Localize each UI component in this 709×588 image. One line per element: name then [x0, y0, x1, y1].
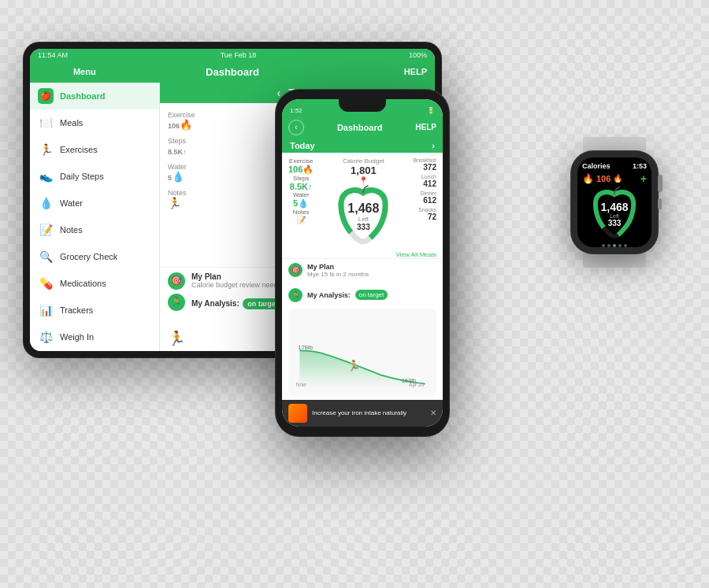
watch-icons-row: 🔥 106 🔥 +	[582, 172, 647, 185]
watch-plus-button[interactable]: +	[640, 172, 647, 185]
sidebar-item-water[interactable]: 💧 Water	[30, 190, 159, 216]
watch: Calories 1:53 🔥 106 🔥 + 1,46	[559, 137, 670, 267]
notes-icon: 📝	[38, 222, 54, 238]
sidebar-label-exercises: Exercises	[60, 145, 98, 154]
phone-water-label: Water	[288, 191, 314, 198]
phone-plan-info: My Plan Mye 15 lb in 2 months	[307, 263, 369, 278]
phone-analysis-label: My Analysis:	[307, 291, 351, 299]
sidebar-item-exercises[interactable]: 🏃 Exercises	[30, 136, 159, 163]
sidebar-item-weigh-in[interactable]: ⚖️ Weigh In	[30, 324, 159, 350]
phone-screen: 1:52 🔋 ‹ Dashboard HELP Today ›	[282, 99, 443, 427]
watch-left-label: Left	[600, 213, 628, 219]
phone-today-label: Today	[290, 141, 315, 150]
phone-weight-chart: 178lb 163lb Now Apr 20 🏃	[288, 309, 436, 397]
sidebar-label-trackers: Trackers	[60, 305, 93, 315]
sidebar-item-meals[interactable]: 🍽️ Meals	[30, 109, 159, 136]
phone-left-stats: Exercise 106🔥 Steps 8.5K↑ W	[288, 157, 314, 224]
exercises-icon: 🏃	[38, 142, 54, 157]
phone-exercise-stat: Exercise 106🔥	[288, 157, 314, 175]
tablet-time: 11:54 AM	[38, 51, 68, 59]
phone-calorie-budget: Calorie Budget 1,801 📍	[325, 157, 401, 185]
tablet-sidebar: 🍎 Dashboard 🍽️ Meals 🏃 Exercises 👟 Daily…	[30, 83, 160, 351]
meals-icon: 🍽️	[38, 115, 54, 131]
phone-calories-left: 333	[347, 223, 379, 231]
sidebar-item-medications[interactable]: 💊 Medications	[30, 270, 159, 297]
sidebar-item-grocery[interactable]: 🔍 Grocery Check	[30, 243, 159, 270]
sidebar-label-medications: Medications	[60, 279, 106, 288]
sidebar-label-water: Water	[60, 198, 83, 208]
daily-steps-icon: 👟	[38, 168, 54, 184]
watch-left-value: 333	[600, 219, 628, 227]
svg-text:Now: Now	[296, 382, 306, 387]
analysis-icon: 🏃	[168, 294, 185, 311]
phone-chart-inner: 178lb 163lb Now Apr 20 🏃	[292, 346, 432, 389]
analysis-label: My Analysis:	[191, 299, 239, 308]
phone-plan-section: 🎯 My Plan Mye 15 lb in 2 months	[282, 258, 443, 285]
analysis-info: My Analysis: on target	[191, 295, 283, 309]
phone-banner: Increase your iron intake naturally ✕	[282, 400, 443, 427]
tablet-dashboard-title: Dashboard	[139, 66, 326, 78]
scene: 11:54 AM Tue Feb 18 100% Menu Dashboard …	[16, 27, 693, 562]
phone-notch	[339, 99, 386, 112]
sidebar-item-notes[interactable]: 📝 Notes	[30, 216, 159, 243]
notes-stat: Notes 🏃	[168, 189, 223, 209]
prev-day-arrow[interactable]: ‹	[277, 87, 281, 99]
exercise-value: 106🔥	[168, 119, 223, 131]
phone-subheader: Today ›	[282, 139, 443, 153]
tablet-help-button[interactable]: HELP	[334, 67, 428, 76]
phone-budget-label: Calorie Budget	[325, 157, 401, 165]
phone-help-button[interactable]: HELP	[415, 123, 436, 131]
phone: 1:52 🔋 ‹ Dashboard HELP Today ›	[276, 90, 449, 436]
sidebar-item-dashboard[interactable]: 🍎 Dashboard	[30, 83, 159, 109]
exercise-stat: Exercise 106🔥	[168, 111, 223, 131]
watch-cal-value: 106	[596, 174, 611, 183]
water-icon: 💧	[38, 195, 54, 211]
phone-back-button[interactable]: ‹	[288, 120, 304, 135]
phone-apple-center: 1,468 Left 333	[347, 202, 379, 231]
svg-text:🏃: 🏃	[347, 358, 361, 372]
phone-on-target-badge: on target	[355, 290, 388, 300]
phone-time: 1:52	[290, 107, 303, 114]
sidebar-item-daily-steps[interactable]: 👟 Daily Steps	[30, 163, 159, 190]
grocery-icon: 🔍	[38, 249, 54, 264]
tablet-status-bar: 11:54 AM Tue Feb 18 100%	[30, 49, 435, 61]
watch-dot-1	[602, 244, 605, 247]
chart-figure-icon: 🏃	[168, 330, 185, 347]
sidebar-label-notes: Notes	[60, 225, 83, 235]
steps-stat: Steps 8.5K↑	[168, 137, 223, 157]
notes-stat-label: Notes	[168, 189, 223, 197]
phone-next-day-arrow[interactable]: ›	[432, 141, 435, 150]
phone-exercise-label: Exercise	[288, 157, 314, 165]
phone-view-all-meals[interactable]: View All Meals	[282, 251, 443, 258]
plan-sub: Calorie budget review needed	[191, 281, 286, 289]
phone-chart-svg: 178lb 163lb Now Apr 20 🏃	[292, 346, 432, 389]
watch-status-row: Calories 1:53	[582, 162, 647, 170]
sidebar-item-measurements[interactable]: 📏 Measurements	[30, 350, 159, 351]
water-stat: Water 5💧	[168, 163, 223, 183]
phone-apple-area: 1,468 Left 333	[332, 185, 395, 248]
phone-banner-close-button[interactable]: ✕	[430, 409, 436, 417]
sidebar-item-trackers[interactable]: 📊 Trackers	[30, 297, 159, 324]
phone-header: ‹ Dashboard HELP	[282, 116, 443, 139]
watch-apple-center: 1,468 Left 333	[600, 201, 628, 227]
watch-apple-area: 1,468 Left 333	[582, 187, 647, 242]
watch-time: 1:53	[633, 162, 647, 170]
phone-water-value: 5💧	[288, 198, 314, 209]
watch-side-button	[658, 198, 662, 209]
watch-apple-value: 1,468	[600, 201, 628, 213]
tablet-menu-button[interactable]: Menu	[38, 67, 132, 76]
watch-flame-icon: 🔥	[582, 173, 594, 184]
phone-steps-stat: Steps 8.5K↑	[288, 175, 314, 191]
phone-calories-consumed: 1,468	[347, 202, 379, 216]
plan-info: My Plan Calorie budget review needed	[191, 272, 286, 289]
phone-exercise-value: 106🔥	[288, 165, 314, 175]
steps-label: Steps	[168, 137, 223, 145]
phone-plan-icon: 🎯	[288, 263, 303, 277]
phone-plan-row: 🎯 My Plan Mye 15 lb in 2 months	[288, 263, 436, 278]
watch-dot-5	[624, 244, 627, 247]
watch-screen: Calories 1:53 🔥 106 🔥 + 1,46	[577, 157, 651, 247]
sidebar-label-weigh-in: Weigh In	[60, 332, 94, 342]
watch-band-top	[583, 137, 646, 151]
watch-crown	[658, 175, 663, 192]
tablet-date: Tue Feb 18	[221, 51, 257, 59]
